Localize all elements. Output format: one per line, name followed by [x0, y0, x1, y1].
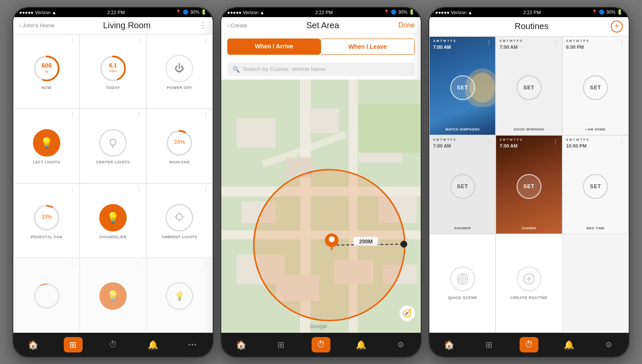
back-label-2: Create — [230, 22, 247, 29]
nav-bell-3[interactable]: 🔔 — [559, 337, 578, 352]
nav-bell-1[interactable]: 🔔 — [143, 337, 162, 352]
cell-row4-3[interactable]: ⋮ 💡 — [146, 258, 213, 333]
map-svg: 200M Google 🧭 — [221, 80, 421, 333]
set-btn-morning[interactable]: SET — [517, 75, 541, 100]
set-btn-dinner[interactable]: SET — [517, 174, 541, 199]
routine-days-morning: S M T W T F S — [499, 39, 522, 42]
tab-arrive[interactable]: When I Arrive — [227, 38, 321, 55]
back-label-1: John's Home — [22, 22, 54, 29]
cell-center-lights[interactable]: ⋮ CENTER LIGHTS — [80, 109, 146, 183]
search-bar-2[interactable]: 🔍 Search by Cuisine, Vehicle Name — [227, 62, 415, 76]
nav-settings-3[interactable]: ⚙ — [599, 337, 618, 352]
cell-menu-now[interactable]: ⋮ — [69, 37, 76, 43]
back-button-2[interactable]: ‹ Create — [227, 22, 247, 29]
nav-clock-2[interactable]: ⏱ — [312, 337, 330, 352]
cell-pedestal-fan[interactable]: ⋮ 33% PEDESTAL FAN — [13, 183, 80, 258]
nav-home-1[interactable]: 🏠 — [24, 337, 43, 352]
nav-bell-2[interactable]: 🔔 — [351, 337, 370, 352]
routine-dinner[interactable]: S M T W T F S 7:00 AM ⋮ SET DINNER — [496, 135, 562, 234]
cell-row4-1[interactable]: ⋮ — [13, 258, 80, 333]
quick-scene-label: QUICK SCENE — [448, 296, 477, 300]
cell-menu-chandelier[interactable]: ⋮ — [136, 186, 143, 192]
quick-scene-card[interactable]: QUICK SCENE — [429, 234, 496, 333]
set-btn-shower[interactable]: SET — [450, 174, 475, 199]
cell-menu-power[interactable]: ⋮ — [202, 37, 209, 43]
routine-days-bed: S M T W T F S — [566, 138, 589, 141]
routine-menu-dinner[interactable]: ⋮ — [553, 138, 559, 145]
svg-text:33%: 33% — [174, 139, 185, 145]
cell-left-lights[interactable]: ⋮ 💡 LEFT LIGHTS — [13, 109, 80, 183]
ambient-icon[interactable] — [166, 204, 193, 231]
routine-name-simpsons: WATCH SIMPSONS — [446, 127, 480, 131]
page-title-1: Living Room — [103, 21, 151, 30]
cell-main-fan[interactable]: ⋮ 33% MAIN FAN — [146, 109, 213, 183]
bottom-nav-2: 🏠 ⊞ ⏱ 🔔 ⚙ — [221, 333, 421, 357]
nav-more-1[interactable]: ••• — [183, 337, 202, 352]
create-routine-icon[interactable] — [517, 266, 541, 291]
cell-ambient-lights[interactable]: ⋮ AMBIENT LIGHTS — [146, 183, 213, 258]
cell-row4-2[interactable]: ⋮ 💡 — [80, 258, 146, 333]
nav-home-3[interactable]: 🏠 — [440, 337, 459, 352]
nav-grid-2[interactable]: ⊞ — [272, 337, 291, 352]
cell-label-now: NOW — [42, 86, 52, 90]
left-lights-icon[interactable]: 💡 — [33, 129, 60, 157]
svg-point-52 — [461, 278, 464, 280]
cell-menu-r4-1[interactable]: ⋮ — [69, 261, 76, 267]
done-button[interactable]: Done — [398, 21, 415, 29]
cell-menu-center[interactable]: ⋮ — [136, 112, 143, 118]
routine-menu-home[interactable]: ⋮ — [619, 39, 625, 46]
routine-menu-shower[interactable]: ⋮ — [486, 138, 492, 145]
nav-clock-1[interactable]: ⏱ — [104, 337, 122, 352]
gauge-r4-1 — [33, 282, 60, 310]
routine-name-shower: SHOWER — [454, 226, 471, 230]
back-button-1[interactable]: ‹ John's Home — [19, 22, 55, 29]
routines-grid: S M T W T F S 7:00 AM ⋮ SET WATCH SIMPSO… — [429, 36, 629, 333]
nav-home-2[interactable]: 🏠 — [232, 337, 251, 352]
nav-grid-3[interactable]: ⊞ — [480, 337, 499, 352]
routine-good-morning[interactable]: S M T W T F S 7:00 AM ⋮ SET GOOD MORNING — [496, 36, 562, 135]
routine-name-morning: GOOD MORNING — [514, 127, 544, 131]
chandelier-icon[interactable]: 💡 — [99, 204, 127, 231]
nav-settings-2[interactable]: ⚙ — [391, 337, 410, 352]
create-routine-card[interactable]: CREATE ROUTINE — [496, 234, 562, 333]
power-icon-circle[interactable]: ⏻ — [166, 55, 193, 82]
routine-shower[interactable]: S M T W T F S 7:00 AM ⋮ SET SHOWER — [429, 135, 496, 234]
cell-menu-pedestal[interactable]: ⋮ — [69, 186, 76, 192]
status-time-2: 2:22 PM — [315, 10, 333, 15]
set-btn-home[interactable]: SET — [583, 75, 608, 100]
center-lights-icon[interactable] — [99, 129, 127, 157]
cell-chandelier[interactable]: ⋮ 💡 CHANDELIER — [80, 183, 146, 258]
phone-set-area: ●●●●● Verizon ▲ 2:22 PM 📍 🔵 30% 🔋 ‹ Crea… — [220, 7, 422, 358]
row4-3-icon[interactable]: 💡 — [166, 282, 193, 310]
routine-watch-simpsons[interactable]: S M T W T F S 7:00 AM ⋮ SET WATCH SIMPSO… — [429, 36, 496, 135]
set-btn-bed[interactable]: SET — [583, 174, 608, 199]
cell-power-off[interactable]: ⋮ ⏻ POWER OFF — [146, 34, 213, 109]
cell-menu-today[interactable]: ⋮ — [136, 37, 143, 43]
quick-scene-icon[interactable] — [450, 266, 475, 291]
cell-menu-r4-3[interactable]: ⋮ — [202, 261, 209, 267]
routine-menu-bed[interactable]: ⋮ — [619, 138, 625, 145]
cell-menu-ambient[interactable]: ⋮ — [202, 186, 209, 192]
row4-2-icon[interactable]: 💡 — [99, 282, 127, 310]
tab-leave[interactable]: When I Leave — [321, 38, 415, 55]
map-area[interactable]: 200M Google 🧭 — [221, 80, 421, 333]
cell-label-fan: MAIN FAN — [169, 160, 190, 164]
menu-icon-1[interactable]: ⋮ — [199, 21, 207, 30]
routine-time-bed: 10:00 PM — [566, 143, 587, 148]
bulb-outline-svg — [107, 137, 119, 149]
svg-rect-38 — [359, 104, 421, 152]
nav-clock-3[interactable]: ⏱ — [520, 337, 538, 352]
add-routine-button[interactable]: + — [611, 21, 623, 33]
nav-grid-1[interactable]: ⊞ — [64, 337, 83, 352]
cell-label-chandelier: CHANDELIER — [99, 235, 127, 239]
cell-menu-fan[interactable]: ⋮ — [202, 112, 209, 118]
cell-today[interactable]: ⋮ 6.1 KWH TODAY — [80, 34, 146, 109]
routine-menu-simpsons[interactable]: ⋮ — [486, 39, 492, 46]
routine-i-am-home[interactable]: S M T W T F S 6:00 PM ⋮ SET I AM HOME — [562, 36, 629, 135]
cell-now[interactable]: ⋮ 600 W NOW — [13, 34, 80, 109]
cell-menu-r4-2[interactable]: ⋮ — [136, 261, 143, 267]
set-btn-simpsons[interactable]: SET — [450, 75, 475, 100]
routine-bed-time[interactable]: S M T W T F S 10:00 PM ⋮ SET BED TIME — [562, 135, 629, 234]
cell-menu-left[interactable]: ⋮ — [69, 112, 76, 118]
routine-menu-morning[interactable]: ⋮ — [553, 39, 559, 46]
